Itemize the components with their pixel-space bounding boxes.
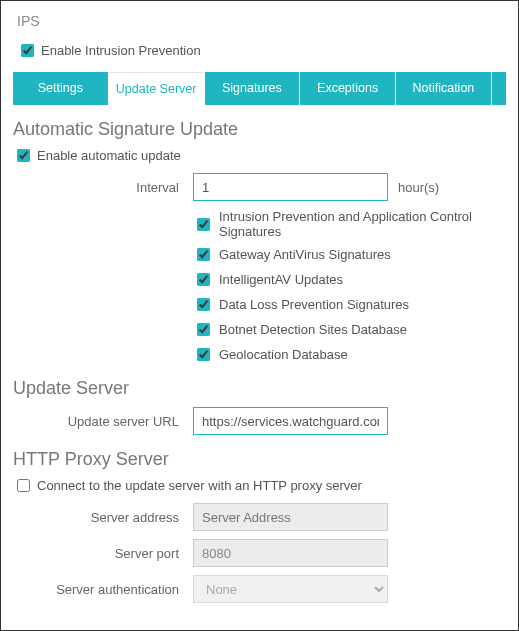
proxy-auth-select: None xyxy=(193,575,388,603)
tab-settings[interactable]: Settings xyxy=(13,72,109,105)
enable-ips-label: Enable Intrusion Prevention xyxy=(41,43,201,58)
proxy-address-label: Server address xyxy=(13,510,193,525)
interval-label: Interval xyxy=(13,180,193,195)
enable-ips-checkbox[interactable] xyxy=(21,44,34,57)
chk-botnet[interactable] xyxy=(197,323,210,336)
chk-geolocation[interactable] xyxy=(197,348,210,361)
enable-auto-update-label: Enable automatic update xyxy=(37,148,181,163)
lbl-botnet: Botnet Detection Sites Database xyxy=(219,322,407,337)
lbl-gav: Gateway AntiVirus Signatures xyxy=(219,247,391,262)
interval-unit: hour(s) xyxy=(398,180,439,195)
lbl-ips-appcontrol: Intrusion Prevention and Application Con… xyxy=(219,209,506,239)
chk-ips-appcontrol[interactable] xyxy=(197,218,210,231)
update-server-heading: Update Server xyxy=(13,378,506,399)
chk-gav[interactable] xyxy=(197,248,210,261)
page-title: IPS xyxy=(17,13,506,29)
interval-input[interactable] xyxy=(193,173,388,201)
signature-type-list: Intrusion Prevention and Application Con… xyxy=(193,209,506,364)
update-url-label: Update server URL xyxy=(13,414,193,429)
tab-signatures[interactable]: Signatures xyxy=(205,72,301,105)
chk-dlp[interactable] xyxy=(197,298,210,311)
chk-intelligentav[interactable] xyxy=(197,273,210,286)
proxy-port-label: Server port xyxy=(13,546,193,561)
lbl-intelligentav: IntelligentAV Updates xyxy=(219,272,343,287)
auto-sig-heading: Automatic Signature Update xyxy=(13,119,506,140)
proxy-connect-checkbox[interactable] xyxy=(17,479,30,492)
lbl-dlp: Data Loss Prevention Signatures xyxy=(219,297,409,312)
tab-overflow[interactable] xyxy=(492,72,506,105)
proxy-address-input xyxy=(193,503,388,531)
enable-auto-update-checkbox[interactable] xyxy=(17,149,30,162)
proxy-auth-label: Server authentication xyxy=(13,582,193,597)
proxy-port-input xyxy=(193,539,388,567)
tab-exceptions[interactable]: Exceptions xyxy=(300,72,396,105)
tab-notification[interactable]: Notification xyxy=(396,72,492,105)
tab-bar: Settings Update Server Signatures Except… xyxy=(13,72,506,105)
tab-update-server[interactable]: Update Server xyxy=(109,72,205,105)
proxy-heading: HTTP Proxy Server xyxy=(13,449,506,470)
lbl-geolocation: Geolocation Database xyxy=(219,347,348,362)
update-url-input[interactable] xyxy=(193,407,388,435)
proxy-connect-label: Connect to the update server with an HTT… xyxy=(37,478,362,493)
